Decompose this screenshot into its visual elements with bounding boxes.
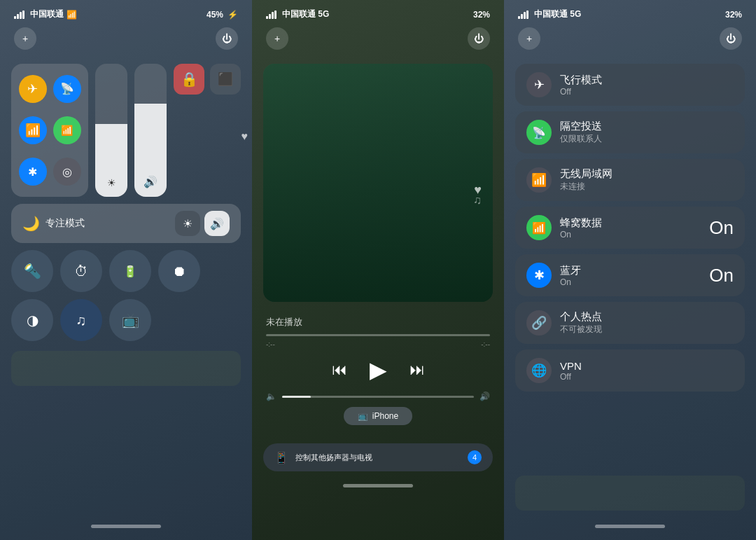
side-area: ☀ 🔊 🔒 ⬛ ♥ [95,64,241,197]
speaker-icon: 📱 [274,451,288,464]
cellular-btn[interactable]: 📶 [52,112,81,148]
airplay-icon: 📺 [358,411,368,421]
airplay-label: iPhone [372,411,398,421]
vpn-row-icon: 🌐 [526,358,552,383]
wifi-row[interactable]: 📶 无线局域网 未连接 [515,159,745,201]
bluetooth-row[interactable]: ✱ 蓝牙 On On [515,254,745,296]
bluetooth-row-icon: ✱ [526,263,552,288]
music-app-btn[interactable]: ♫ [60,299,102,341]
vol-high-icon: 🔊 [479,392,490,401]
speaker-label: 控制其他扬声器与电视 [295,452,372,463]
focus-extras: ☀ 🔊 [175,211,230,236]
sb1 [266,16,268,19]
remote-btn[interactable]: 📺 [109,299,151,341]
album-art: ♥ ♫ [263,64,493,302]
airplane-row-info: 飞行模式 Off [560,74,602,97]
bluetooth-name: 蓝牙 [560,264,581,277]
cellular-name: 蜂窝数据 [560,216,602,230]
wifi-btn[interactable]: 📶 [18,112,47,148]
hotspot-name: 个人热点 [560,310,602,324]
add-button-2[interactable]: + [266,27,288,50]
vpn-row-info: VPN Off [560,360,582,382]
power-button-2[interactable]: ⏻ [468,27,490,50]
panel-control-center: 中国联通 📶 45% ⚡ + ⏻ ✈ 📡 📶 [0,0,252,540]
cellular-icon: 📶 [53,116,81,144]
flashlight-btn[interactable]: 🔦 [11,250,53,292]
volume-slider[interactable]: 🔊 [134,64,167,197]
add-button-1[interactable]: + [14,27,36,50]
focus-label: 专注模式 [46,217,85,230]
sb-d [526,11,528,19]
signal-bar-2 [17,14,19,19]
status-bar-2: 中国联通 5G 32% [252,0,504,25]
top-controls-2: + ⏻ [252,25,504,57]
focus-mode-btn[interactable]: 🌙 专注模式 ☀ 🔊 [11,204,241,243]
vpn-row[interactable]: 🌐 VPN Off [515,349,745,392]
airdrop-row-info: 隔空投送 仅限联系人 [560,120,602,145]
sb-b [521,14,523,19]
power-button-3[interactable]: ⏻ [720,27,742,50]
bluetooth-btn[interactable]: ✱ [18,154,47,190]
signal-bar-1 [14,16,16,19]
airplane-name: 飞行模式 [560,74,602,87]
charging-icon-1: ⚡ [227,10,238,20]
wifi-row-icon: 📶 [526,167,552,193]
speaker-control[interactable]: 📱 控制其他扬声器与电视 4 [263,443,493,471]
record-btn[interactable]: ⏺ [158,250,200,292]
airplane-row[interactable]: ✈ 飞行模式 Off [515,64,745,106]
power-button-1[interactable]: ⏻ [216,27,238,50]
panel-music: 中国联通 5G 32% + ⏻ ♥ ♫ 未在播放 -:-- -:-- ⏮ ▶ ⏭… [252,0,504,540]
spacer [515,397,745,470]
hotspot-row-info: 个人热点 不可被发现 [560,310,602,335]
vol-fill [282,396,311,398]
carrier-2: 中国联通 5G [282,8,329,20]
vol-track[interactable] [282,396,474,398]
track-times: -:-- -:-- [266,340,490,348]
home-bar-1 [91,525,161,528]
airdrop-btn[interactable]: 📡 [52,71,81,106]
rewind-btn[interactable]: ⏮ [332,361,347,379]
airdrop-icon: 📡 [53,75,81,103]
lock-mirror-row: 🔒 ⬛ [174,64,241,95]
volume-bar-2: 🔈 🔊 [266,392,490,401]
airplane-row-icon: ✈ [526,72,552,97]
forward-btn[interactable]: ⏭ [410,361,425,379]
battery-pct-2: 32% [473,10,490,20]
timer-btn[interactable]: ⏱ [60,250,102,292]
signal-bars-1 [14,11,24,19]
hotspot-row-icon: 🔗 [526,310,552,335]
track-end: -:-- [481,340,490,348]
home-bar-2 [343,484,413,487]
invert-btn[interactable]: ◑ [11,299,53,341]
vpn-sub: Off [560,372,582,382]
cellular-row[interactable]: 📶 蜂窝数据 On On [515,207,745,249]
brightness-slider[interactable]: ☀ [95,64,127,197]
status-left-3: 中国联通 5G [518,8,581,20]
top-controls-1: + ⏻ [0,25,252,57]
sun-btn[interactable]: ☀ [175,211,200,236]
airplane-btn[interactable]: ✈ [18,71,47,106]
vol-low-icon: 🔈 [266,392,276,401]
network-list: ✈ 飞行模式 Off 📡 隔空投送 仅限联系人 📶 无线局域网 未连接 📶 [504,57,756,518]
bottom-blur-area [11,351,241,386]
cellular-on-label: On [709,217,734,239]
airplay-btn[interactable]: 📺 iPhone [344,407,412,425]
cc-row-1: ✈ 📡 📶 📶 ✱ ◎ [11,64,241,197]
battery-saver-btn[interactable]: 🔋 [109,250,151,292]
status-right-3: 32% [725,10,742,20]
bluetooth-icon: ✱ [19,158,47,186]
focus-ring-btn[interactable]: ◎ [52,154,81,190]
signal-bars-3 [518,11,528,19]
speaker-small-btn[interactable]: 🔊 [204,211,230,236]
track-progress-bar[interactable] [266,334,490,336]
hotspot-row[interactable]: 🔗 个人热点 不可被发现 [515,302,745,344]
wifi-sub: 未连接 [560,181,612,193]
play-btn[interactable]: ▶ [370,356,387,383]
mirror-btn[interactable]: ⬛ [210,64,241,95]
status-right-1: 45% ⚡ [206,10,238,20]
airdrop-row[interactable]: 📡 隔空投送 仅限联系人 [515,111,745,153]
lock-rotation-btn[interactable]: 🔒 [174,64,204,95]
add-button-3[interactable]: + [518,27,540,50]
music-controls: 未在播放 -:-- -:-- ⏮ ▶ ⏭ 🔈 🔊 📺 iPhone [252,309,504,438]
sb4 [274,11,276,19]
